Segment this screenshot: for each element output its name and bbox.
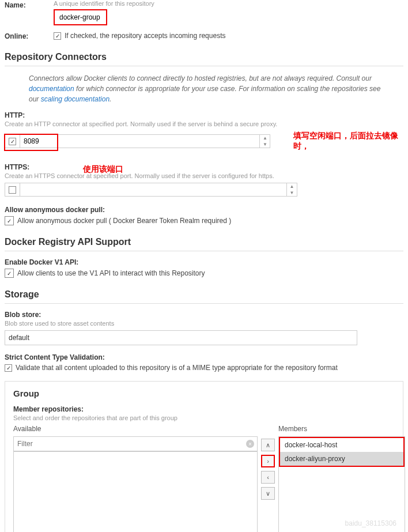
group-title: Group: [13, 388, 395, 398]
anon-checkbox[interactable]: ✓: [5, 216, 14, 225]
filter-clear-icon[interactable]: ×: [246, 440, 254, 448]
doc-link[interactable]: documentation: [29, 85, 74, 93]
https-label: HTTPS:: [5, 163, 297, 171]
move-up-button[interactable]: ∧: [261, 439, 275, 451]
move-down-button[interactable]: ∨: [261, 487, 275, 500]
member-repos-label: Member repositories:: [13, 405, 395, 413]
member-item[interactable]: docker-aliyun-proxy: [280, 452, 403, 466]
filter-input[interactable]: [13, 436, 258, 451]
http-note2: 使用该端口: [83, 164, 123, 175]
online-desc: If checked, the repository accepts incom…: [65, 32, 225, 40]
blob-hint: Blob store used to store asset contents: [5, 320, 403, 327]
https-checkbox[interactable]: [9, 186, 16, 194]
v1-label: Enable Docker V1 API:: [5, 258, 403, 266]
strict-checkbox[interactable]: ✓: [5, 364, 12, 372]
http-label: HTTP:: [5, 111, 403, 119]
blob-store-select[interactable]: default: [5, 330, 357, 345]
v1-checkbox[interactable]: ✓: [5, 269, 14, 278]
scaling-doc-link[interactable]: scaling documentation: [41, 95, 109, 103]
storage-title: Storage: [5, 289, 403, 304]
v1-desc: Allow clients to use the V1 API to inter…: [17, 269, 205, 277]
https-port-up[interactable]: ▲: [287, 183, 297, 190]
http-checkbox[interactable]: ✓: [9, 138, 16, 145]
http-port-down[interactable]: ▼: [260, 141, 270, 148]
http-hint: Create an HTTP connector at specified po…: [5, 120, 403, 127]
move-right-button[interactable]: ›: [261, 455, 275, 467]
https-port-down[interactable]: ▼: [287, 190, 297, 196]
watermark: baidu_38115306: [345, 519, 396, 527]
members-listbox[interactable]: docker-local-host docker-aliyun-proxy: [278, 436, 405, 532]
available-label: Available: [13, 425, 258, 433]
http-port-up[interactable]: ▲: [260, 135, 270, 141]
online-checkbox[interactable]: ✓: [54, 32, 61, 40]
name-hint: A unique identifier for this repository: [54, 0, 403, 7]
member-repos-hint: Select and order the repositories that a…: [13, 414, 395, 421]
anon-label: Allow anonymous docker pull:: [5, 206, 403, 214]
strict-desc: Validate that all content uploaded to th…: [16, 364, 338, 372]
name-label: Name:: [5, 0, 54, 25]
anon-desc: Allow anonymous docker pull ( Docker Bea…: [17, 217, 231, 225]
move-left-button[interactable]: ‹: [261, 471, 275, 484]
http-port-input[interactable]: [20, 135, 259, 148]
group-section: Group Member repositories: Select and or…: [5, 381, 403, 532]
https-hint: Create an HTTPS connector at specified p…: [5, 172, 403, 179]
members-label: Members: [278, 425, 405, 433]
name-input[interactable]: [56, 12, 105, 23]
https-port-input[interactable]: [20, 183, 286, 196]
strict-label: Strict Content Type Validation:: [5, 353, 403, 361]
http-note1: 填写空闲端口，后面拉去镜像时，: [293, 131, 403, 152]
blob-label: Blob store:: [5, 311, 403, 319]
api-title: Docker Registry API Support: [5, 237, 403, 251]
member-item[interactable]: docker-local-host: [280, 438, 403, 452]
online-label: Online:: [5, 31, 54, 40]
available-listbox[interactable]: [13, 451, 258, 532]
connectors-title: Repository Connectors: [5, 52, 403, 66]
connectors-help: Connectors allow Docker clients to conne…: [29, 73, 386, 104]
